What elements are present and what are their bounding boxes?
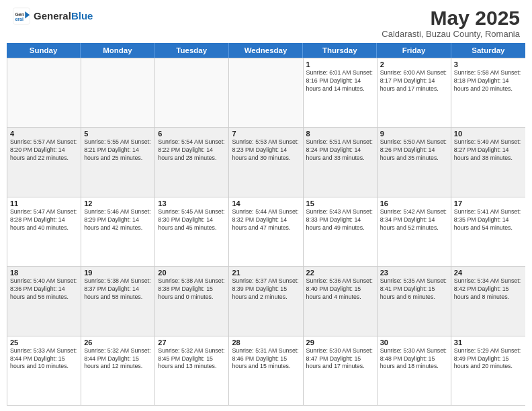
day-info: Sunrise: 5:32 AM Sunset: 8:45 PM Dayligh…	[158, 347, 226, 371]
day-info: Sunrise: 5:29 AM Sunset: 8:49 PM Dayligh…	[454, 347, 523, 371]
day-cell-4: 4Sunrise: 5:57 AM Sunset: 8:20 PM Daylig…	[7, 128, 81, 196]
day-number: 16	[380, 199, 448, 208]
day-cell-12: 12Sunrise: 5:46 AM Sunset: 8:29 PM Dayli…	[81, 197, 155, 266]
week-row-0: 1Sunrise: 6:01 AM Sunset: 8:16 PM Daylig…	[7, 58, 525, 127]
day-info: Sunrise: 6:00 AM Sunset: 8:17 PM Dayligh…	[380, 69, 448, 93]
page: Gen eral GeneralBlue May 2025 Caldarasti…	[0, 0, 532, 411]
day-info: Sunrise: 5:33 AM Sunset: 8:44 PM Dayligh…	[10, 347, 78, 371]
day-cell-16: 16Sunrise: 5:42 AM Sunset: 8:34 PM Dayli…	[378, 197, 451, 266]
header-day-saturday: Saturday	[451, 43, 525, 58]
day-cell-14: 14Sunrise: 5:44 AM Sunset: 8:32 PM Dayli…	[229, 197, 303, 266]
day-number: 31	[454, 338, 523, 347]
day-number: 18	[10, 269, 78, 277]
day-info: Sunrise: 5:40 AM Sunset: 8:36 PM Dayligh…	[10, 277, 78, 302]
day-number: 9	[380, 130, 448, 138]
day-info: Sunrise: 5:47 AM Sunset: 8:28 PM Dayligh…	[10, 208, 78, 232]
svg-text:eral: eral	[15, 17, 24, 21]
day-cell-24: 24Sunrise: 5:34 AM Sunset: 8:42 PM Dayli…	[451, 267, 525, 335]
day-cell-1: 1Sunrise: 6:01 AM Sunset: 8:16 PM Daylig…	[304, 58, 378, 127]
day-cell-13: 13Sunrise: 5:45 AM Sunset: 8:30 PM Dayli…	[155, 197, 229, 266]
day-info: Sunrise: 5:32 AM Sunset: 8:44 PM Dayligh…	[84, 347, 152, 371]
day-number: 26	[84, 338, 152, 347]
title-block: May 2025 Caldarasti, Buzau County, Roman…	[382, 7, 520, 39]
day-cell-11: 11Sunrise: 5:47 AM Sunset: 8:28 PM Dayli…	[7, 197, 81, 266]
day-number: 6	[158, 130, 226, 138]
day-number: 12	[84, 199, 152, 208]
day-info: Sunrise: 5:50 AM Sunset: 8:26 PM Dayligh…	[380, 138, 448, 163]
header-day-tuesday: Tuesday	[155, 43, 229, 58]
day-cell-29: 29Sunrise: 5:30 AM Sunset: 8:47 PM Dayli…	[304, 336, 378, 405]
day-cell-30: 30Sunrise: 5:30 AM Sunset: 8:48 PM Dayli…	[378, 336, 451, 405]
day-number: 20	[158, 269, 226, 277]
day-info: Sunrise: 5:41 AM Sunset: 8:35 PM Dayligh…	[454, 208, 523, 232]
title-location: Caldarasti, Buzau County, Romania	[382, 29, 520, 39]
day-info: Sunrise: 5:34 AM Sunset: 8:42 PM Dayligh…	[454, 277, 523, 302]
day-cell-7: 7Sunrise: 5:53 AM Sunset: 8:23 PM Daylig…	[229, 128, 303, 196]
day-number: 13	[158, 199, 226, 208]
empty-cell-0-1	[81, 58, 155, 127]
logo: Gen eral GeneralBlue	[12, 7, 93, 26]
day-cell-9: 9Sunrise: 5:50 AM Sunset: 8:26 PM Daylig…	[378, 128, 451, 196]
day-cell-20: 20Sunrise: 5:38 AM Sunset: 8:38 PM Dayli…	[155, 267, 229, 335]
day-number: 29	[306, 338, 374, 347]
day-number: 30	[380, 338, 448, 347]
day-number: 22	[306, 269, 374, 277]
header-day-sunday: Sunday	[7, 43, 81, 58]
header-day-thursday: Thursday	[303, 43, 377, 58]
day-cell-19: 19Sunrise: 5:38 AM Sunset: 8:37 PM Dayli…	[81, 267, 155, 335]
logo-general: General	[34, 10, 71, 21]
day-info: Sunrise: 5:30 AM Sunset: 8:48 PM Dayligh…	[380, 347, 448, 371]
logo-blue: Blue	[71, 10, 93, 21]
day-info: Sunrise: 5:49 AM Sunset: 8:27 PM Dayligh…	[454, 138, 523, 163]
day-number: 4	[10, 130, 78, 138]
empty-cell-0-2	[155, 58, 229, 127]
calendar-header: SundayMondayTuesdayWednesdayThursdayFrid…	[7, 43, 525, 58]
empty-cell-0-3	[229, 58, 303, 127]
day-info: Sunrise: 5:38 AM Sunset: 8:37 PM Dayligh…	[84, 277, 152, 302]
day-info: Sunrise: 5:36 AM Sunset: 8:40 PM Dayligh…	[306, 277, 374, 302]
day-info: Sunrise: 5:53 AM Sunset: 8:23 PM Dayligh…	[232, 138, 300, 163]
logo-text: GeneralBlue	[34, 10, 93, 22]
day-cell-21: 21Sunrise: 5:37 AM Sunset: 8:39 PM Dayli…	[229, 267, 303, 335]
day-number: 17	[454, 199, 523, 208]
day-info: Sunrise: 5:46 AM Sunset: 8:29 PM Dayligh…	[84, 208, 152, 232]
day-number: 24	[454, 269, 523, 277]
day-info: Sunrise: 5:38 AM Sunset: 8:38 PM Dayligh…	[158, 277, 226, 302]
day-cell-23: 23Sunrise: 5:35 AM Sunset: 8:41 PM Dayli…	[378, 267, 451, 335]
day-number: 10	[454, 130, 523, 138]
day-number: 3	[454, 60, 523, 68]
day-cell-10: 10Sunrise: 5:49 AM Sunset: 8:27 PM Dayli…	[451, 128, 525, 196]
day-cell-8: 8Sunrise: 5:51 AM Sunset: 8:24 PM Daylig…	[304, 128, 378, 196]
day-cell-5: 5Sunrise: 5:55 AM Sunset: 8:21 PM Daylig…	[81, 128, 155, 196]
day-info: Sunrise: 5:30 AM Sunset: 8:47 PM Dayligh…	[306, 347, 374, 371]
day-cell-31: 31Sunrise: 5:29 AM Sunset: 8:49 PM Dayli…	[451, 336, 525, 405]
day-info: Sunrise: 5:51 AM Sunset: 8:24 PM Dayligh…	[306, 138, 374, 163]
day-cell-17: 17Sunrise: 5:41 AM Sunset: 8:35 PM Dayli…	[451, 197, 525, 266]
day-cell-6: 6Sunrise: 5:54 AM Sunset: 8:22 PM Daylig…	[155, 128, 229, 196]
day-info: Sunrise: 5:35 AM Sunset: 8:41 PM Dayligh…	[380, 277, 448, 302]
day-info: Sunrise: 5:31 AM Sunset: 8:46 PM Dayligh…	[232, 347, 300, 371]
header: Gen eral GeneralBlue May 2025 Caldarasti…	[0, 0, 532, 43]
day-number: 25	[10, 338, 78, 347]
day-number: 1	[306, 60, 374, 68]
day-number: 8	[306, 130, 374, 138]
week-row-2: 11Sunrise: 5:47 AM Sunset: 8:28 PM Dayli…	[7, 197, 525, 266]
day-number: 28	[232, 338, 300, 347]
calendar-body: 1Sunrise: 6:01 AM Sunset: 8:16 PM Daylig…	[7, 58, 525, 406]
header-day-friday: Friday	[377, 43, 451, 58]
day-cell-28: 28Sunrise: 5:31 AM Sunset: 8:46 PM Dayli…	[229, 336, 303, 405]
day-number: 5	[84, 130, 152, 138]
day-number: 19	[84, 269, 152, 277]
week-row-1: 4Sunrise: 5:57 AM Sunset: 8:20 PM Daylig…	[7, 127, 525, 196]
day-number: 11	[10, 199, 78, 208]
day-info: Sunrise: 5:57 AM Sunset: 8:20 PM Dayligh…	[10, 138, 78, 163]
header-day-wednesday: Wednesday	[229, 43, 303, 58]
day-info: Sunrise: 5:42 AM Sunset: 8:34 PM Dayligh…	[380, 208, 448, 232]
day-number: 23	[380, 269, 448, 277]
day-info: Sunrise: 5:55 AM Sunset: 8:21 PM Dayligh…	[84, 138, 152, 163]
day-cell-26: 26Sunrise: 5:32 AM Sunset: 8:44 PM Dayli…	[81, 336, 155, 405]
calendar: SundayMondayTuesdayWednesdayThursdayFrid…	[0, 43, 532, 411]
day-cell-25: 25Sunrise: 5:33 AM Sunset: 8:44 PM Dayli…	[7, 336, 81, 405]
day-info: Sunrise: 5:58 AM Sunset: 8:18 PM Dayligh…	[454, 69, 523, 93]
day-cell-27: 27Sunrise: 5:32 AM Sunset: 8:45 PM Dayli…	[155, 336, 229, 405]
